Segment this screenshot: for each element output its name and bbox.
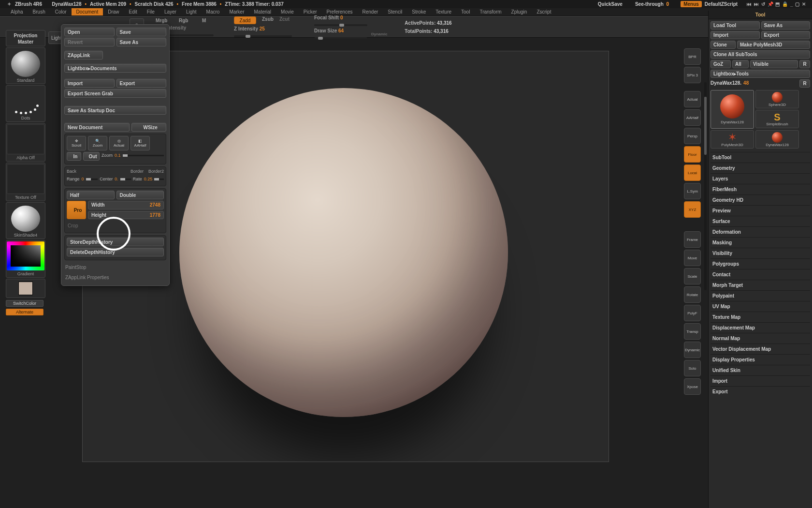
export-screen-grab-button[interactable]: Export Screen Grab (64, 89, 166, 98)
see-through-slider[interactable]: See-through 0 (635, 1, 669, 7)
color-wheel-icon[interactable] (7, 241, 44, 270)
section-visibility[interactable]: Visibility (710, 248, 810, 258)
doc-saveas-button[interactable]: Save As (116, 38, 167, 46)
lightbox-documents-button[interactable]: Lightbox▸Documents (64, 64, 166, 73)
switch-color-button[interactable]: SwitchColor (6, 300, 44, 307)
m-toggle[interactable]: M (202, 18, 222, 23)
maximize-icon[interactable]: ▢ (795, 1, 799, 7)
section-displacement-map[interactable]: Displacement Map (710, 322, 810, 333)
delete-depth-history-button[interactable]: DeleteDepthHistory (67, 248, 164, 256)
menu-brush[interactable]: Brush (28, 8, 50, 15)
menu-edit[interactable]: Edit (124, 8, 142, 15)
section-morph-target[interactable]: Morph Target (710, 280, 810, 290)
tool-saveas-button[interactable]: Save As (761, 21, 811, 30)
menu-transform[interactable]: Transform (475, 8, 506, 15)
scroll-tool[interactable]: ✥Scroll (67, 136, 86, 150)
alpha-selector[interactable]: Alpha Off (6, 123, 45, 162)
zoom-slider[interactable]: Zoom 0.1 (102, 152, 164, 159)
zcut-toggle[interactable]: Zcut (279, 16, 290, 24)
goz-r-button[interactable]: R (799, 60, 810, 68)
make-polymesh3d-button[interactable]: Make PolyMesh3D (737, 41, 810, 49)
menu-document[interactable]: Document (72, 8, 103, 15)
tool-import-button[interactable]: Import (710, 31, 760, 39)
section-geometry[interactable]: Geometry (710, 163, 810, 173)
center-slider[interactable]: Center 0. (100, 176, 130, 182)
tool-thumb-sphere3d[interactable]: Sphere3D (755, 90, 799, 108)
right-scrollbar[interactable] (704, 82, 707, 290)
shelf-dynamic[interactable]: Dynamic (684, 342, 701, 358)
border-label[interactable]: Border (130, 169, 144, 174)
menu-marker[interactable]: Marker (224, 8, 249, 15)
model-sphere[interactable] (179, 88, 508, 417)
shelf-xpose[interactable]: Xpose (684, 378, 701, 395)
save-startup-doc-button[interactable]: Save As Startup Doc (64, 106, 166, 115)
tool-panel-header[interactable]: Tool (709, 11, 812, 19)
section-unified-skin[interactable]: Unified Skin (710, 365, 810, 375)
minimize-icon[interactable]: _ (790, 1, 793, 7)
section-deformation[interactable]: Deformation (710, 226, 810, 237)
pro-button[interactable]: Pro (67, 201, 86, 219)
clone-button[interactable]: Clone (710, 41, 736, 49)
section-vector-displacement-map[interactable]: Vector Displacement Map (710, 344, 810, 354)
menu-zplugin[interactable]: Zplugin (507, 8, 532, 15)
section-geometry-hd[interactable]: Geometry HD (710, 194, 810, 205)
doc-revert-button[interactable]: Revert (64, 38, 115, 46)
section-contact[interactable]: Contact (710, 269, 810, 280)
menu-movie[interactable]: Movie (276, 8, 299, 15)
prev-layout-icon[interactable]: ⏮ (747, 1, 752, 7)
projection-master-button[interactable]: ProjectionMaster (6, 30, 45, 46)
shelf-floor[interactable]: Floor (684, 146, 701, 163)
default-zscript[interactable]: DefaultZScript (705, 1, 738, 7)
section-surface[interactable]: Surface (710, 216, 810, 226)
shelf-local[interactable]: Local (684, 164, 701, 181)
doc-height-field[interactable]: Height1778 (88, 211, 164, 220)
shelf-bpr[interactable]: BPR (684, 48, 701, 65)
section-export[interactable]: Export (710, 386, 810, 397)
shelf-actual[interactable]: Actual (684, 91, 701, 107)
tool-thumb-simplebrush[interactable]: SSimpleBrush (755, 110, 799, 128)
rate-slider[interactable]: Rate 0.25 (133, 176, 164, 182)
section-polypaint[interactable]: Polypaint (710, 290, 810, 301)
doc-export-button[interactable]: Export (116, 79, 167, 88)
hide-icon[interactable]: ⬒ (775, 1, 780, 7)
aahalf-tool[interactable]: ◧AAHalf (130, 136, 150, 150)
menu-draw[interactable]: Draw (103, 8, 124, 15)
border2-label[interactable]: Border2 (148, 169, 164, 174)
section-polygroups[interactable]: Polygroups (710, 258, 810, 269)
new-document-button[interactable]: New Document (64, 123, 130, 132)
doc-import-button[interactable]: Import (64, 79, 115, 88)
tool-thumb-dynawax[interactable]: DynaWax128 (710, 90, 754, 129)
shelf-xyz[interactable]: XYZ (684, 201, 701, 218)
menu-stroke[interactable]: Stroke (407, 8, 431, 15)
shelf-aahalf[interactable]: AAHalf (684, 109, 701, 126)
paintstop-link[interactable]: PaintStop (64, 262, 166, 272)
color-swatch-icon[interactable] (18, 282, 33, 295)
section-subtool[interactable]: SubTool (710, 152, 810, 163)
doc-save-button[interactable]: Save (116, 28, 167, 36)
goz-visible-button[interactable]: Visible (750, 60, 798, 68)
rgb-toggle[interactable]: Rgb (179, 18, 199, 23)
section-normal-map[interactable]: Normal Map (710, 333, 810, 344)
z-intensity-track[interactable] (234, 35, 292, 37)
section-import[interactable]: Import (710, 375, 810, 386)
menu-tool[interactable]: Tool (456, 8, 475, 15)
section-preview[interactable]: Preview (710, 205, 810, 216)
z-intensity-slider[interactable]: Z Intensity 25 (234, 26, 292, 31)
menu-alpha[interactable]: Alpha (6, 8, 28, 15)
alternate-button[interactable]: Alternate (6, 309, 44, 315)
zapplink-button[interactable]: ZAppLink (64, 51, 103, 60)
shelf-l-sym[interactable]: L.Sym (684, 183, 701, 199)
color-picker[interactable]: Gradient (6, 240, 45, 278)
shelf-scale[interactable]: Scale (684, 268, 701, 284)
menu-texture[interactable]: Texture (431, 8, 456, 15)
shelf-rotate[interactable]: Rotate (684, 286, 701, 303)
texture-selector[interactable]: Texture Off (6, 163, 45, 201)
range-slider[interactable]: Range 0 (67, 176, 98, 182)
stroke-selector[interactable]: Dots (6, 85, 45, 122)
brush-selector[interactable]: Standard (6, 47, 45, 84)
shelf-polyf[interactable]: PolyF (684, 305, 701, 321)
tool-r-button[interactable]: R (799, 79, 810, 88)
zoom-tool[interactable]: 🔍Zoom (88, 136, 107, 150)
dynamic-toggle[interactable]: Dynamic (371, 32, 387, 36)
draw-size-slider[interactable]: Draw Size 64 (314, 28, 367, 33)
